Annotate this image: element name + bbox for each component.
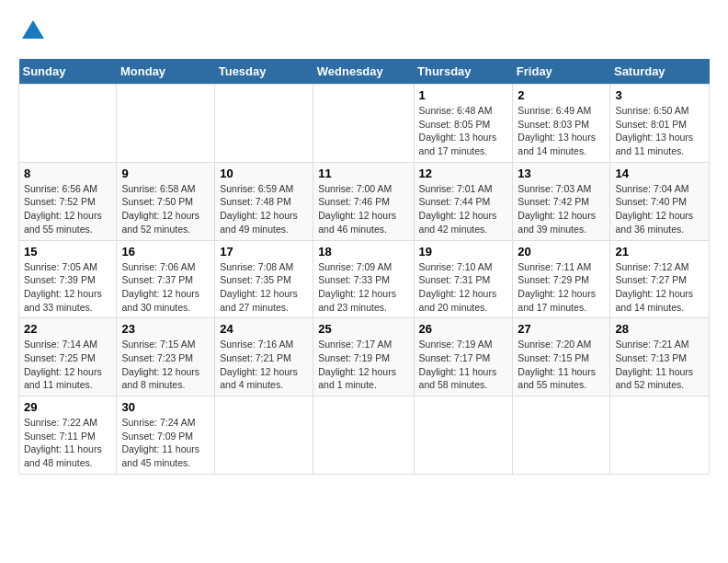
day-cell-29: 29Sunrise: 7:22 AMSunset: 7:11 PMDayligh… (19, 396, 117, 475)
day-info: Sunrise: 7:14 AMSunset: 7:25 PMDaylight:… (24, 339, 102, 390)
day-info: Sunrise: 7:22 AMSunset: 7:11 PMDaylight:… (24, 417, 102, 468)
day-number: 11 (318, 167, 408, 180)
day-info: Sunrise: 7:03 AMSunset: 7:42 PMDaylight:… (518, 183, 596, 235)
day-info: Sunrise: 7:10 AMSunset: 7:31 PMDaylight:… (419, 261, 497, 313)
day-info: Sunrise: 6:56 AMSunset: 7:52 PMDaylight:… (24, 183, 102, 235)
day-cell-21: 21Sunrise: 7:12 AMSunset: 7:27 PMDayligh… (610, 240, 710, 318)
day-cell-13: 13Sunrise: 7:03 AMSunset: 7:42 PMDayligh… (513, 162, 610, 240)
day-number: 17 (220, 245, 308, 259)
day-cell-23: 23Sunrise: 7:15 AMSunset: 7:23 PMDayligh… (117, 318, 215, 396)
empty-cell (117, 85, 215, 163)
day-info: Sunrise: 7:19 AMSunset: 7:17 PMDaylight:… (419, 339, 497, 390)
logo-icon (20, 18, 46, 44)
day-of-week-sunday: Sunday (19, 59, 117, 85)
day-cell-3: 3Sunrise: 6:50 AMSunset: 8:01 PMDaylight… (610, 85, 710, 163)
day-info: Sunrise: 7:06 AMSunset: 7:37 PMDaylight:… (121, 261, 199, 313)
day-number: 2 (518, 88, 605, 102)
week-row-2: 8Sunrise: 6:56 AMSunset: 7:52 PMDaylight… (19, 162, 710, 240)
day-cell-19: 19Sunrise: 7:10 AMSunset: 7:31 PMDayligh… (414, 240, 513, 318)
day-number: 27 (518, 322, 605, 336)
day-cell-24: 24Sunrise: 7:16 AMSunset: 7:21 PMDayligh… (215, 318, 313, 396)
calendar-table: SundayMondayTuesdayWednesdayThursdayFrid… (18, 59, 710, 475)
day-info: Sunrise: 6:48 AMSunset: 8:05 PMDaylight:… (419, 105, 497, 156)
day-number: 16 (121, 245, 210, 259)
day-cell-18: 18Sunrise: 7:09 AMSunset: 7:33 PMDayligh… (313, 240, 414, 318)
day-cell-25: 25Sunrise: 7:17 AMSunset: 7:19 PMDayligh… (313, 318, 414, 396)
day-info: Sunrise: 7:11 AMSunset: 7:29 PMDaylight:… (518, 261, 596, 313)
week-row-5: 29Sunrise: 7:22 AMSunset: 7:11 PMDayligh… (19, 396, 710, 475)
day-info: Sunrise: 7:24 AMSunset: 7:09 PMDaylight:… (121, 417, 199, 468)
day-cell-20: 20Sunrise: 7:11 AMSunset: 7:29 PMDayligh… (513, 240, 610, 318)
day-cell-12: 12Sunrise: 7:01 AMSunset: 7:44 PMDayligh… (414, 162, 513, 240)
day-info: Sunrise: 7:15 AMSunset: 7:23 PMDaylight:… (121, 339, 199, 390)
day-info: Sunrise: 7:20 AMSunset: 7:15 PMDaylight:… (518, 339, 596, 390)
empty-cell (513, 396, 610, 475)
day-cell-26: 26Sunrise: 7:19 AMSunset: 7:17 PMDayligh… (414, 318, 513, 396)
week-row-1: 1Sunrise: 6:48 AMSunset: 8:05 PMDaylight… (19, 85, 710, 163)
day-info: Sunrise: 7:16 AMSunset: 7:21 PMDaylight:… (220, 339, 298, 390)
day-cell-17: 17Sunrise: 7:08 AMSunset: 7:35 PMDayligh… (215, 240, 313, 318)
empty-cell (215, 396, 313, 475)
empty-cell (610, 396, 710, 475)
day-cell-9: 9Sunrise: 6:58 AMSunset: 7:50 PMDaylight… (117, 162, 215, 240)
day-cell-8: 8Sunrise: 6:56 AMSunset: 7:52 PMDaylight… (19, 162, 117, 240)
day-cell-11: 11Sunrise: 7:00 AMSunset: 7:46 PMDayligh… (313, 162, 414, 240)
day-cell-22: 22Sunrise: 7:14 AMSunset: 7:25 PMDayligh… (19, 318, 117, 396)
day-info: Sunrise: 7:09 AMSunset: 7:33 PMDaylight:… (318, 261, 396, 313)
day-cell-1: 1Sunrise: 6:48 AMSunset: 8:05 PMDaylight… (414, 85, 513, 163)
svg-marker-0 (22, 20, 44, 39)
day-of-week-thursday: Thursday (414, 59, 513, 85)
day-info: Sunrise: 7:21 AMSunset: 7:13 PMDaylight:… (615, 339, 693, 390)
day-cell-30: 30Sunrise: 7:24 AMSunset: 7:09 PMDayligh… (117, 396, 215, 475)
day-of-week-wednesday: Wednesday (313, 59, 414, 85)
week-row-3: 15Sunrise: 7:05 AMSunset: 7:39 PMDayligh… (19, 240, 710, 318)
day-number: 3 (615, 88, 704, 102)
empty-cell (215, 85, 313, 163)
day-number: 25 (318, 322, 408, 336)
day-cell-14: 14Sunrise: 7:04 AMSunset: 7:40 PMDayligh… (610, 162, 710, 240)
day-number: 13 (518, 167, 605, 180)
day-number: 14 (615, 167, 704, 180)
day-of-week-monday: Monday (117, 59, 215, 85)
day-cell-28: 28Sunrise: 7:21 AMSunset: 7:13 PMDayligh… (610, 318, 710, 396)
day-number: 19 (419, 245, 508, 259)
logo (18, 18, 46, 44)
day-number: 29 (24, 400, 111, 414)
day-number: 30 (121, 400, 210, 414)
day-of-week-tuesday: Tuesday (215, 59, 313, 85)
day-of-week-saturday: Saturday (610, 59, 710, 85)
day-info: Sunrise: 7:00 AMSunset: 7:46 PMDaylight:… (318, 183, 396, 235)
day-number: 21 (615, 245, 704, 259)
day-number: 26 (419, 322, 508, 336)
day-cell-16: 16Sunrise: 7:06 AMSunset: 7:37 PMDayligh… (117, 240, 215, 318)
day-cell-10: 10Sunrise: 6:59 AMSunset: 7:48 PMDayligh… (215, 162, 313, 240)
day-number: 12 (419, 167, 508, 180)
day-info: Sunrise: 6:58 AMSunset: 7:50 PMDaylight:… (121, 183, 199, 235)
day-info: Sunrise: 7:08 AMSunset: 7:35 PMDaylight:… (220, 261, 298, 313)
empty-cell (313, 396, 414, 475)
week-row-4: 22Sunrise: 7:14 AMSunset: 7:25 PMDayligh… (19, 318, 710, 396)
day-info: Sunrise: 7:01 AMSunset: 7:44 PMDaylight:… (419, 183, 497, 235)
day-of-week-friday: Friday (513, 59, 610, 85)
day-number: 1 (419, 88, 508, 102)
day-cell-27: 27Sunrise: 7:20 AMSunset: 7:15 PMDayligh… (513, 318, 610, 396)
day-number: 18 (318, 245, 408, 259)
day-number: 15 (24, 245, 111, 259)
day-info: Sunrise: 7:12 AMSunset: 7:27 PMDaylight:… (615, 261, 693, 313)
day-number: 8 (24, 167, 111, 180)
day-info: Sunrise: 7:17 AMSunset: 7:19 PMDaylight:… (318, 339, 396, 390)
day-number: 22 (24, 322, 111, 336)
day-info: Sunrise: 6:50 AMSunset: 8:01 PMDaylight:… (615, 105, 693, 156)
day-number: 24 (220, 322, 308, 336)
day-info: Sunrise: 7:04 AMSunset: 7:40 PMDaylight:… (615, 183, 693, 235)
day-number: 20 (518, 245, 605, 259)
empty-cell (414, 396, 513, 475)
day-number: 10 (220, 167, 308, 180)
day-info: Sunrise: 7:05 AMSunset: 7:39 PMDaylight:… (24, 261, 102, 313)
empty-cell (313, 85, 414, 163)
day-cell-2: 2Sunrise: 6:49 AMSunset: 8:03 PMDaylight… (513, 85, 610, 163)
day-number: 9 (121, 167, 210, 180)
empty-cell (19, 85, 117, 163)
day-info: Sunrise: 6:59 AMSunset: 7:48 PMDaylight:… (220, 183, 298, 235)
day-cell-15: 15Sunrise: 7:05 AMSunset: 7:39 PMDayligh… (19, 240, 117, 318)
